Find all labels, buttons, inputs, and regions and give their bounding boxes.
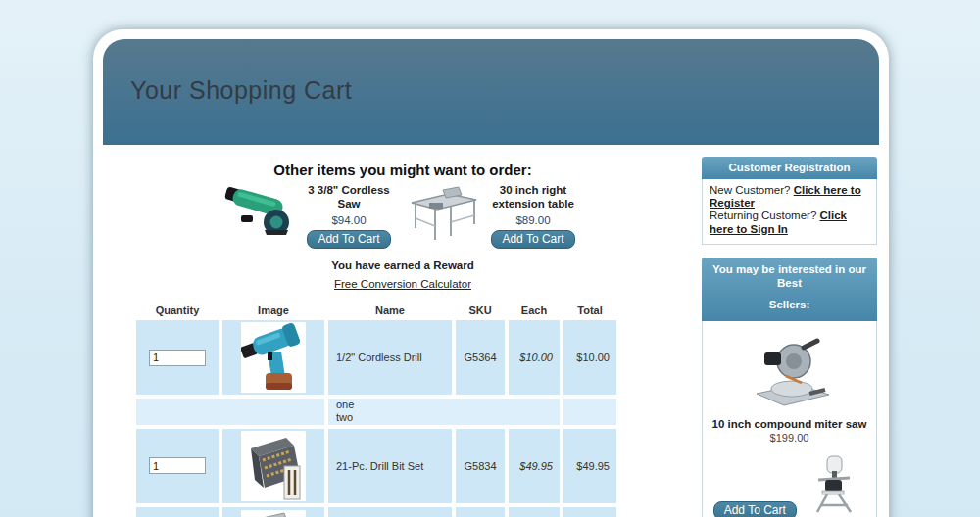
promo-item-cordless-saw: 3 3/8" Cordless Saw $94.00 Add To Cart [221,183,400,249]
promo-item-price: $89.00 [482,213,584,227]
item-total-price: $49.95 [564,429,616,503]
product-image [241,510,306,517]
add-to-cart-button[interactable]: Add To Cart [713,501,797,517]
drill-bit-set-image [241,431,306,501]
page-title: Your Shopping Cart [130,76,352,105]
item-sku: G5364 [456,320,505,395]
promo-row: 3 3/8" Cordless Saw $94.00 Add To Cart [103,183,703,249]
registration-panel-body: New Customer? Click here to Register Ret… [702,179,877,245]
page-container: Your Shopping Cart Other items you might… [93,29,889,517]
cart-header-row: Quantity Image Name SKU Each Total [136,303,616,316]
promo-item-name: 3 3/8" Cordless Saw [298,183,400,212]
column-header-sku: SKU [456,303,505,316]
column-header-total: Total [564,303,616,316]
column-header-quantity: Quantity [136,303,219,316]
main-content: Other items you might want to order: [103,155,703,517]
option-line: two [328,411,560,424]
extension-table-image [406,183,482,240]
promo-item-text: 30 inch right extension table $89.00 Add… [482,183,584,249]
item-sku [456,507,505,517]
new-customer-text: New Customer? [710,184,794,196]
promo-item-name: 30 inch right extension table [482,183,584,212]
item-name: 21-Pc. Drill Bit Set [328,429,452,503]
cart-table: Quantity Image Name SKU Each Total [132,299,620,517]
promo-heading: Other items you might want to order: [103,162,703,178]
item-name: 1/2" Cordless Drill [328,320,452,395]
item-total-price: $10.00 [564,320,616,395]
reward-link-wrap: Free Conversion Calculator [103,274,703,292]
quantity-cell [136,507,219,517]
customer-registration-panel: Customer Registration New Customer? Clic… [702,157,877,245]
best-sellers-panel-body: 10 inch compound miter saw $199.00 Add T… [702,321,877,517]
table-row: 1/2" Cordless Drill G5364 $10.00 $10.00 [136,320,616,395]
column-header-name: Name [328,303,452,316]
promo-item-price: $94.00 [298,213,400,227]
option-line: one [328,399,560,411]
add-to-cart-button[interactable]: Add To Cart [307,230,390,249]
item-each-price: $10.00 [509,320,560,395]
option-spacer-cell [136,399,324,424]
reward-message: You have earned a Reward [103,259,703,271]
registration-panel-title: Customer Registration [702,157,877,179]
item-name [328,507,452,517]
miter-saw-image [743,331,837,413]
best-sellers-panel-title: You may be interested in our Best Seller… [702,258,877,321]
column-header-image: Image [222,303,324,316]
quantity-cell [136,429,219,503]
table-row: 21-Pc. Drill Bit Set G5834 $49.95 $49.95 [136,429,616,503]
best-sellers-title-line1: You may be interested in our Best [706,263,873,291]
returning-customer-text: Returning Customer? [710,210,820,221]
image-cell [222,429,324,503]
image-cell [222,507,324,517]
page-banner: Your Shopping Cart [103,39,879,145]
quantity-input[interactable] [149,457,206,474]
option-total-cell [564,399,616,424]
item-each-price [509,507,560,517]
image-cell [222,320,324,395]
sidebar: Customer Registration New Customer? Clic… [702,157,877,517]
item-total-price [564,507,616,517]
quantity-cell [136,320,219,395]
item-sku: G5834 [456,429,505,503]
promo-item-text: 3 3/8" Cordless Saw $94.00 Add To Cart [298,183,400,249]
best-seller-price: $199.00 [707,432,872,444]
option-row: one two [136,399,616,424]
promo-item-extension-table: 30 inch right extension table $89.00 Add… [406,183,584,249]
best-sellers-panel: You may be interested in our Best Seller… [702,258,877,517]
band-saw-image [801,455,865,514]
best-sellers-title-line2: Sellers: [706,299,873,312]
add-to-cart-button[interactable]: Add To Cart [491,230,574,249]
best-seller-name: 10 inch compound miter saw [707,418,872,430]
cordless-drill-image [241,322,306,393]
option-text-cell: one two [328,399,560,424]
table-row [136,507,616,517]
column-header-each: Each [509,303,560,316]
quantity-input[interactable] [149,350,206,366]
cordless-saw-image [221,183,298,240]
item-each-price: $49.95 [509,429,560,503]
conversion-calculator-link[interactable]: Free Conversion Calculator [334,278,471,290]
